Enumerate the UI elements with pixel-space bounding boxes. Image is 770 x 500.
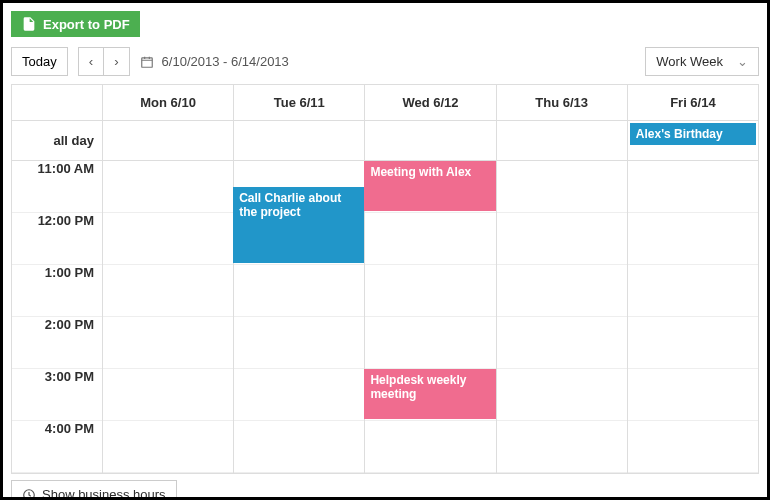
calendar-icon: [140, 55, 154, 69]
all-day-row: all day Alex's Birthday: [12, 121, 758, 161]
column-header[interactable]: Mon 6/10: [102, 85, 233, 121]
grid-column: Call Charlie about the projectMeeting wi…: [102, 161, 758, 473]
prev-button[interactable]: ‹: [79, 48, 104, 75]
time-label: 4:00 PM: [12, 421, 102, 473]
time-label: 11:00 AM: [12, 161, 102, 213]
date-range-picker[interactable]: 6/10/2013 - 6/14/2013: [140, 54, 289, 69]
column-header[interactable]: Fri 6/14: [627, 85, 758, 121]
time-column: 11:00 AM 12:00 PM 1:00 PM 2:00 PM 3:00 P…: [12, 161, 102, 473]
header-row: Mon 6/10 Tue 6/11 Wed 6/12 Thu 6/13 Fri …: [12, 85, 758, 121]
date-range-text: 6/10/2013 - 6/14/2013: [162, 54, 289, 69]
time-label: 2:00 PM: [12, 317, 102, 369]
view-selector[interactable]: Work Week ⌄: [645, 47, 759, 76]
svg-rect-0: [141, 57, 152, 66]
all-day-cell[interactable]: [496, 121, 627, 161]
column-header[interactable]: Thu 6/13: [496, 85, 627, 121]
scheduler-event[interactable]: Meeting with Alex: [364, 161, 495, 211]
toolbar: Today ‹ › 6/10/2013 - 6/14/2013 Work Wee…: [11, 47, 759, 76]
all-day-label: all day: [12, 121, 102, 161]
clock-icon: [22, 488, 36, 501]
time-label: 3:00 PM: [12, 369, 102, 421]
all-day-event[interactable]: Alex's Birthday: [630, 123, 756, 145]
business-hours-label: Show business hours: [42, 487, 166, 500]
export-pdf-button[interactable]: Export to PDF: [11, 11, 140, 37]
business-hours-button[interactable]: Show business hours: [11, 480, 177, 500]
scheduler-event[interactable]: Call Charlie about the project: [233, 187, 364, 263]
all-day-cell[interactable]: [102, 121, 233, 161]
header-blank: [12, 85, 102, 121]
events-layer: Call Charlie about the projectMeeting wi…: [102, 161, 758, 473]
all-day-cell[interactable]: [364, 121, 495, 161]
today-button[interactable]: Today: [11, 47, 68, 76]
export-pdf-label: Export to PDF: [43, 17, 130, 32]
all-day-cell[interactable]: Alex's Birthday: [627, 121, 758, 161]
time-label: 12:00 PM: [12, 213, 102, 265]
chevron-down-icon: ⌄: [737, 54, 748, 69]
time-label: 1:00 PM: [12, 265, 102, 317]
scheduler-event[interactable]: Helpdesk weekly meeting: [364, 369, 495, 419]
view-selector-label: Work Week: [656, 54, 723, 69]
nav-group: ‹ ›: [78, 47, 130, 76]
next-button[interactable]: ›: [104, 48, 128, 75]
pdf-icon: [21, 16, 37, 32]
scheduler-body: 11:00 AM 12:00 PM 1:00 PM 2:00 PM 3:00 P…: [12, 161, 758, 473]
column-header[interactable]: Tue 6/11: [233, 85, 364, 121]
column-header[interactable]: Wed 6/12: [364, 85, 495, 121]
scheduler: Mon 6/10 Tue 6/11 Wed 6/12 Thu 6/13 Fri …: [11, 84, 759, 474]
all-day-cell[interactable]: [233, 121, 364, 161]
